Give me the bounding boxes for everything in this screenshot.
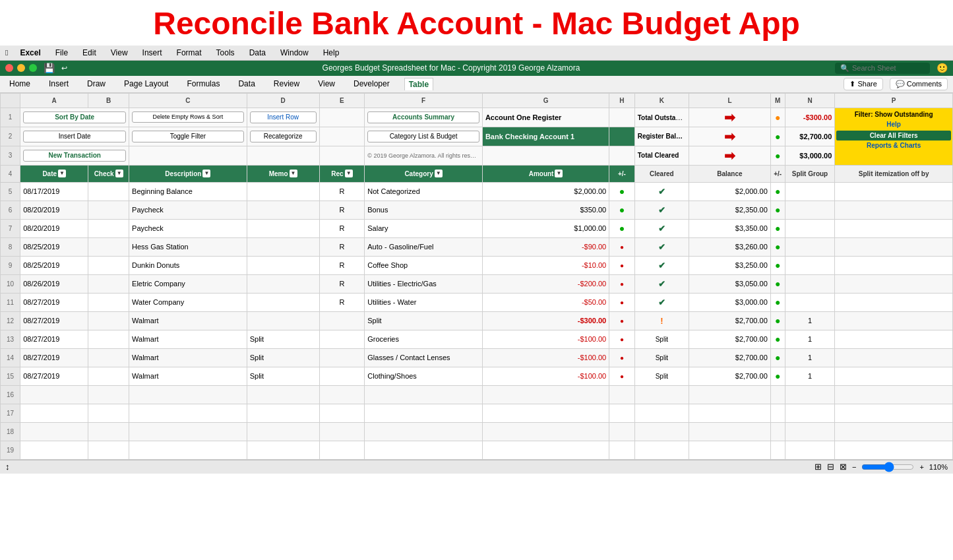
check-15[interactable] [88,367,129,385]
cleared-col-header[interactable]: Cleared [634,165,689,182]
cat-10[interactable]: Utilities - Electric/Gas [365,274,483,293]
rec-10[interactable]: R [319,274,365,293]
check-13[interactable] [88,330,129,348]
col-n-header[interactable]: N [785,93,835,108]
save-icon[interactable]: 💾 [44,63,55,73]
cleared-5[interactable]: ✔ [634,182,689,201]
cat-14[interactable]: Glasses / Contact Lenses [365,348,483,367]
cleared-7[interactable]: ✔ [634,219,689,237]
cat-6[interactable]: Bonus [365,201,483,219]
dot-amount-11[interactable]: ● [609,293,634,311]
desc-13[interactable]: Walmart [129,330,247,348]
col-g-header[interactable]: G [482,93,609,108]
desc-9[interactable]: Dunkin Donuts [129,256,247,274]
balance-12[interactable]: $2,700.00 [689,311,771,330]
balance-13[interactable]: $2,700.00 [689,330,771,348]
dot-balance-15[interactable]: ● [770,367,785,385]
rec-6[interactable]: R [319,201,365,219]
menu-format[interactable]: Format [174,47,204,59]
balance-5[interactable]: $2,000.00 [689,182,771,201]
desc-15[interactable]: Walmart [129,367,247,385]
dot-balance-14[interactable]: ● [770,348,785,367]
check-11[interactable] [88,293,129,311]
col-m-header[interactable]: M [770,93,785,108]
rec-8[interactable]: R [319,237,365,256]
date-9[interactable]: 08/25/2019 [20,256,88,274]
maximize-button[interactable] [29,64,37,72]
balance-7[interactable]: $3,350.00 [689,219,771,237]
check-14[interactable] [88,348,129,367]
desc-10[interactable]: Eletric Company [129,274,247,293]
cleared-11[interactable]: ✔ [634,293,689,311]
split-off-14[interactable] [835,348,953,367]
rec-13[interactable] [319,330,365,348]
desc-filter[interactable]: Description ▼ [165,170,210,177]
menu-excel[interactable]: Excel [17,47,43,59]
dot-balance-5[interactable]: ● [770,182,785,201]
memo-filter[interactable]: Memo ▼ [269,170,297,177]
delete-empty-rows-button[interactable]: Delete Empty Rows & Sort [132,111,244,123]
rec-15[interactable] [319,367,365,385]
check-6[interactable] [88,201,129,219]
split-off-header[interactable]: Split itemization off by [835,165,953,182]
split-group-8[interactable] [785,237,835,256]
dot-amount-5[interactable]: ● [609,182,634,201]
check-7[interactable] [88,219,129,237]
memo-5[interactable] [247,182,319,201]
cleared-10[interactable]: ✔ [634,274,689,293]
memo-11[interactable] [247,293,319,311]
date-7[interactable]: 08/20/2019 [20,219,88,237]
check-filter[interactable]: Check ▼ [94,170,123,177]
rec-filter-arrow[interactable]: ▼ [345,170,353,177]
dot-balance-10[interactable]: ● [770,274,785,293]
desc-5[interactable]: Beginning Balance [129,182,247,201]
check-filter-arrow[interactable]: ▼ [115,170,123,177]
desc-12[interactable]: Walmart [129,311,247,330]
cat-15[interactable]: Clothing/Shoes [365,367,483,385]
amount-15[interactable]: -$100.00 [482,367,609,385]
balance-plusminus-header[interactable]: +/- [770,165,785,182]
desc-col-header[interactable]: Description ▼ [129,165,247,182]
cat-13[interactable]: Groceries [365,330,483,348]
menu-data[interactable]: Data [247,47,268,59]
col-d-header[interactable]: D [247,93,319,108]
accounts-summary-button[interactable]: Accounts Summary [367,111,479,123]
check-8[interactable] [88,237,129,256]
date-5[interactable]: 08/17/2019 [20,182,88,201]
dot-amount-13[interactable]: ● [609,330,634,348]
amount-6[interactable]: $350.00 [482,201,609,219]
col-k-header[interactable]: K [634,93,689,108]
rec-5[interactable]: R [319,182,365,201]
cat-12[interactable]: Split [365,311,483,330]
rec-11[interactable]: R [319,293,365,311]
cleared-9[interactable]: ✔ [634,256,689,274]
dot-amount-6[interactable]: ● [609,201,634,219]
sort-by-date-button[interactable]: Sort By Date [23,111,126,123]
memo-6[interactable] [247,201,319,219]
split-group-14[interactable]: 1 [785,348,835,367]
amount-7[interactable]: $1,000.00 [482,219,609,237]
amount-10[interactable]: -$200.00 [482,274,609,293]
tab-page-layout[interactable]: Page Layout [120,78,172,90]
date-6[interactable]: 08/20/2019 [20,201,88,219]
dot-amount-9[interactable]: ● [609,256,634,274]
split-off-15[interactable] [835,367,953,385]
col-a-header[interactable]: A [20,93,88,108]
tab-view[interactable]: View [314,78,339,90]
undo-icon[interactable]: ↩ [61,64,67,73]
split-group-15[interactable]: 1 [785,367,835,385]
desc-filter-arrow[interactable]: ▼ [202,170,210,177]
date-8[interactable]: 08/25/2019 [20,237,88,256]
tab-formulas[interactable]: Formulas [183,78,224,90]
category-list-budget-button[interactable]: Category List & Budget [367,131,479,142]
share-button[interactable]: ⬆ Share [844,78,882,90]
cleared-8[interactable]: ✔ [634,237,689,256]
minimize-button[interactable] [17,64,25,72]
insert-row-button[interactable]: Insert Row [250,111,317,123]
split-group-9[interactable] [785,256,835,274]
menu-tools[interactable]: Tools [214,47,237,59]
menu-file[interactable]: File [53,47,71,59]
cat-5[interactable]: Not Categorized [365,182,483,201]
date-12[interactable]: 08/27/2019 [20,311,88,330]
amount-5[interactable]: $2,000.00 [482,182,609,201]
